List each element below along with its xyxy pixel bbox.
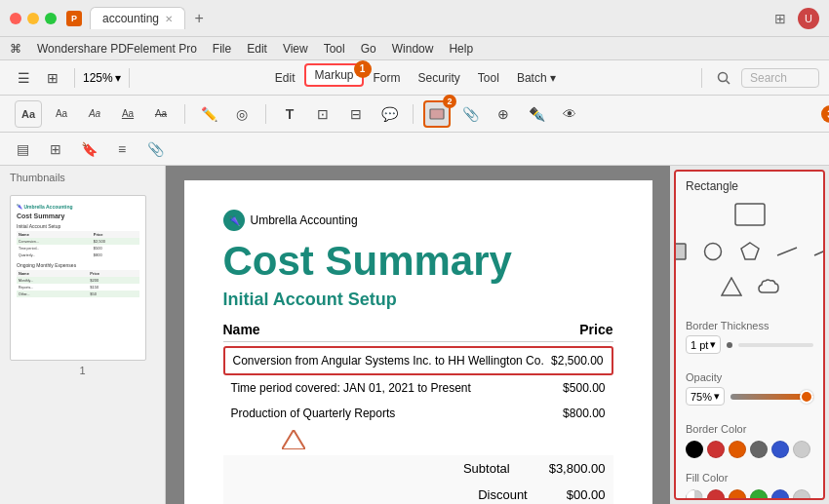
bookmark-view[interactable]: 🔖: [76, 136, 101, 162]
eraser-tool[interactable]: ◎: [228, 100, 256, 128]
border-thickness-section: Border Thickness 1 pt ▾: [676, 314, 823, 366]
titlebar-right: ⊞ U: [774, 8, 819, 29]
right-panel: Rectangle: [674, 170, 825, 500]
opacity-value: 75%: [691, 391, 712, 403]
markup-toolbar: Aa Aa Aa Aa Aa ✏️ ◎ T ⊡ ⊟ 💬 2 📎 ⊕ ✒️ 👁: [0, 96, 829, 133]
circle-btn[interactable]: [699, 238, 727, 265]
border-swatch-black[interactable]: [686, 441, 703, 458]
new-tab-button[interactable]: +: [189, 9, 209, 28]
opacity-select[interactable]: 75% ▾: [686, 387, 725, 406]
discount-row: Discount $00.00: [223, 482, 613, 504]
form-menu[interactable]: Form: [366, 68, 409, 88]
menubar: ⌘ Wondershare PDFelement Pro File Edit V…: [0, 37, 829, 60]
stamp-tool[interactable]: 💬: [375, 100, 403, 128]
subtotal-label: Subtotal: [463, 461, 510, 476]
border-swatch-red[interactable]: [707, 441, 725, 458]
border-swatch-orange[interactable]: [729, 441, 746, 458]
batch-menu[interactable]: Batch ▾: [509, 68, 564, 88]
arrow-btn[interactable]: [810, 238, 826, 265]
search-input[interactable]: Search: [741, 68, 819, 88]
attach-tool[interactable]: 📎: [456, 100, 484, 128]
opacity-slider[interactable]: [730, 394, 813, 400]
grid-icon[interactable]: ⊞: [774, 11, 786, 26]
menu-edit[interactable]: Edit: [247, 42, 267, 56]
user-avatar[interactable]: U: [798, 8, 819, 29]
minimize-button[interactable]: [27, 13, 39, 24]
rectangle-filled-btn[interactable]: [674, 238, 690, 265]
font-btn-2[interactable]: Aa: [48, 100, 75, 128]
separator2: [129, 68, 130, 88]
maximize-button[interactable]: [45, 13, 57, 24]
border-thickness-slider[interactable]: [738, 343, 813, 347]
apple-menu[interactable]: ⌘: [10, 42, 21, 56]
mt-sep1: [184, 104, 185, 124]
markup-badge: 1: [354, 60, 372, 78]
font-btn-5[interactable]: Aa: [147, 100, 175, 128]
search-button[interactable]: [710, 64, 737, 92]
panel-title: Rectangle: [676, 172, 823, 197]
triangle-btn[interactable]: [718, 273, 745, 300]
fill-swatch-blue[interactable]: [771, 489, 789, 500]
subtotal-row: Subtotal $3,800.00: [223, 455, 613, 482]
menu-help[interactable]: Help: [449, 42, 473, 56]
border-color-swatches: [686, 439, 813, 460]
double-col-view[interactable]: ⊞: [43, 136, 68, 162]
svg-line-8: [777, 248, 797, 255]
fill-swatch-orange[interactable]: [729, 489, 746, 500]
fill-swatch-green[interactable]: [750, 489, 768, 500]
svg-rect-5: [674, 244, 686, 259]
sign-tool[interactable]: ✒️: [523, 100, 550, 128]
font-btn-1[interactable]: Aa: [15, 100, 42, 128]
single-page-view[interactable]: ☰: [10, 64, 37, 92]
thumbnail-panel: Thumbnails 🌂 Umbrella Accounting Cost Su…: [0, 166, 166, 504]
border-swatch-gray[interactable]: [750, 441, 768, 458]
document-tab[interactable]: accounting ✕: [90, 7, 185, 29]
subtotal-value: $3,800.00: [549, 461, 606, 476]
thumbnail-img: 🌂 Umbrella Accounting Cost Summary Initi…: [10, 195, 146, 361]
pdf-row-1: Conversion from Angular Systems Inc. to …: [223, 346, 613, 375]
double-page-view[interactable]: ⊞: [39, 64, 66, 92]
tool-menu[interactable]: Tool: [470, 68, 507, 88]
menu-tool[interactable]: Tool: [324, 42, 345, 56]
svg-line-1: [727, 80, 730, 84]
single-col-view[interactable]: ▤: [10, 136, 35, 162]
border-swatch-light[interactable]: [793, 441, 810, 458]
stamp2-tool[interactable]: ⊕: [490, 100, 517, 128]
border-thickness-select[interactable]: 1 pt ▾: [686, 335, 721, 354]
text-box-tool[interactable]: ⊡: [309, 100, 336, 128]
fill-swatch-light[interactable]: [793, 489, 810, 500]
menu-window[interactable]: Window: [392, 42, 434, 56]
attach-view[interactable]: 📎: [142, 136, 168, 162]
menu-view[interactable]: View: [283, 42, 308, 56]
text-tool[interactable]: T: [276, 100, 303, 128]
fill-swatch-transparent[interactable]: [686, 489, 703, 500]
tab-close-icon[interactable]: ✕: [165, 14, 173, 24]
shape-preview: [676, 197, 823, 232]
pencil-tool[interactable]: ✏️: [195, 100, 222, 128]
edit-menu[interactable]: Edit: [267, 68, 303, 88]
font-btn-3[interactable]: Aa: [81, 100, 108, 128]
eye-tool[interactable]: 👁: [556, 100, 583, 128]
thumb-section1: Initial Account Setup: [17, 223, 139, 229]
fill-swatch-red[interactable]: [707, 489, 725, 500]
row3-name: Production of Quarterly Reports: [231, 407, 396, 420]
callout-tool[interactable]: ⊟: [342, 100, 370, 128]
zoom-control[interactable]: 125% ▾: [83, 71, 121, 85]
main-toolbar: ☰ ⊞ 125% ▾ Edit Markup 1 Form Security T…: [0, 60, 829, 96]
border-swatch-blue[interactable]: [771, 441, 789, 458]
menu-file[interactable]: File: [213, 42, 231, 56]
thumb-title: Cost Summary: [17, 213, 139, 219]
security-menu[interactable]: Security: [411, 68, 468, 88]
traffic-lights: [10, 13, 57, 24]
zoom-dropdown-icon[interactable]: ▾: [115, 71, 121, 85]
pentagon-btn[interactable]: [736, 238, 764, 265]
line-btn[interactable]: [773, 238, 801, 265]
zoom-value: 125%: [83, 71, 113, 85]
font-btn-4[interactable]: Aa: [114, 100, 141, 128]
border-thickness-value: 1 pt: [691, 339, 708, 351]
cloud-btn[interactable]: [755, 273, 782, 300]
menu-go[interactable]: Go: [361, 42, 376, 56]
line-view[interactable]: ≡: [109, 136, 135, 162]
close-button[interactable]: [10, 13, 21, 24]
thumbnail-page-1[interactable]: 🌂 Umbrella Accounting Cost Summary Initi…: [10, 195, 155, 376]
